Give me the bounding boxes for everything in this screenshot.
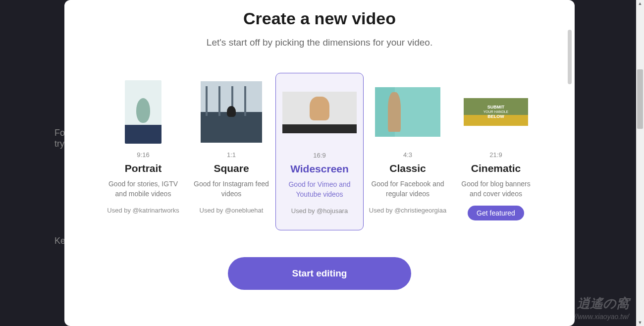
- option-description: Good for Vimeo and Youtube videos: [281, 180, 358, 199]
- thumb-classic: [369, 80, 447, 144]
- ratio-label: 16:9: [313, 152, 325, 159]
- option-description: Good for blog banners and cover videos: [457, 179, 535, 199]
- thumb-widescreen: [281, 80, 358, 145]
- thumb-overlay-text: YOUR HANDLE: [483, 110, 509, 114]
- option-widescreen[interactable]: 16:9 Widescreen Good for Vimeo and Youtu…: [275, 73, 364, 230]
- bg-text: Fo: [54, 128, 65, 138]
- ratio-label: 4:3: [403, 151, 412, 159]
- modal-subtitle: Let's start off by picking the dimension…: [207, 37, 432, 48]
- option-square[interactable]: 1:1 Square Good for Instagram feed video…: [187, 73, 275, 230]
- page-scroll-thumb[interactable]: [637, 69, 643, 129]
- start-editing-button[interactable]: Start editing: [228, 257, 411, 290]
- modal-title: Create a new video: [243, 9, 396, 28]
- option-used-by: Used by @hojusara: [291, 206, 348, 216]
- thumb-overlay-text: SUBMIT: [487, 105, 505, 110]
- option-cinematic[interactable]: SUBMIT YOUR HANDLE BELOW 21:9 Cinematic …: [452, 73, 540, 230]
- thumb-cinematic: SUBMIT YOUR HANDLE BELOW: [457, 80, 535, 144]
- option-description: Good for Facebook and regular videos: [369, 179, 447, 199]
- ratio-label: 1:1: [227, 151, 236, 159]
- modal-scrollbar[interactable]: [568, 30, 572, 84]
- ratio-label: 9:16: [137, 151, 149, 159]
- option-description: Good for Instagram feed videos: [192, 179, 270, 199]
- option-name: Square: [214, 163, 249, 174]
- page-scrollbar[interactable]: [636, 0, 644, 326]
- option-name: Cinematic: [471, 163, 521, 174]
- thumb-square: [192, 80, 270, 144]
- watermark-url: http://www.xiaoyao.tw/: [560, 312, 629, 321]
- bg-text: try: [54, 139, 64, 149]
- watermark: 逍遙の窩 http://www.xiaoyao.tw/: [560, 295, 629, 321]
- option-name: Widescreen: [290, 163, 349, 175]
- dimension-options: 9:16 Portrait Good for stories, IGTV and…: [79, 73, 560, 230]
- option-name: Classic: [389, 163, 426, 174]
- option-name: Portrait: [125, 163, 162, 174]
- option-used-by: Used by @katrinartworks: [107, 206, 179, 216]
- option-portrait[interactable]: 9:16 Portrait Good for stories, IGTV and…: [99, 73, 187, 230]
- thumb-overlay-text: BELOW: [487, 114, 504, 119]
- watermark-title: 逍遙の窩: [560, 295, 629, 312]
- create-video-modal: Create a new video Let's start off by pi…: [64, 0, 575, 326]
- bg-text: Ke: [54, 236, 65, 246]
- option-description: Good for stories, IGTV and mobile videos: [104, 179, 182, 199]
- option-classic[interactable]: 4:3 Classic Good for Facebook and regula…: [364, 73, 452, 230]
- option-used-by: Used by @onebluehat: [200, 206, 264, 216]
- get-featured-button[interactable]: Get featured: [468, 206, 524, 220]
- option-used-by: Used by @christiegeorgiaa: [369, 206, 446, 216]
- ratio-label: 21:9: [489, 151, 502, 159]
- thumb-portrait: [104, 80, 182, 144]
